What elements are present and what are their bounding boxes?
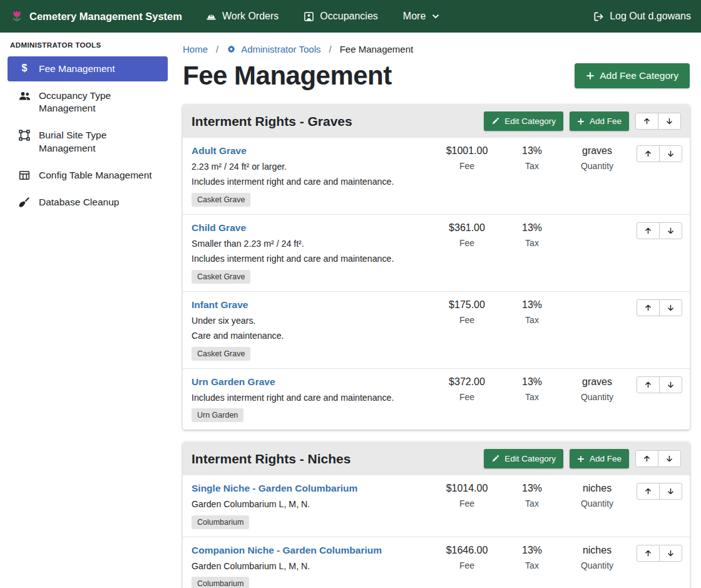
fee-amount-col: $372.00 Fee	[434, 376, 499, 402]
breadcrumb-admin-tools-label: Administrator Tools	[241, 44, 320, 54]
fee-info: Urn Garden Grave Includes interment righ…	[192, 376, 434, 422]
fee-reorder-controls	[630, 545, 687, 562]
sidebar-item-label: Database Cleanup	[39, 196, 119, 209]
primary-nav: Work Orders Occupancies More	[206, 11, 440, 22]
fee-type-chip: Columbarium	[192, 577, 249, 588]
breadcrumb-separator: /	[329, 44, 331, 54]
table-icon	[18, 170, 31, 181]
quantity-unit: niches	[565, 545, 630, 556]
quantity-label: Quantity	[565, 498, 630, 508]
fee-reorder-controls	[630, 145, 687, 162]
fee-name-link[interactable]: Infant Grave	[192, 299, 248, 311]
fee-amount-col: $1014.00 Fee	[434, 483, 499, 508]
arrow-down-icon	[667, 304, 675, 312]
tax-col: 13% Tax	[499, 222, 565, 248]
edit-category-label: Edit Category	[504, 116, 556, 126]
move-fee-up-button[interactable]	[637, 222, 660, 239]
fee-name-link[interactable]: Child Grave	[192, 222, 246, 234]
move-fee-down-button[interactable]	[659, 145, 682, 162]
admin-sidebar: ADMINISTRATOR TOOLS $ Fee Management Occ…	[0, 33, 175, 588]
fee-type-chip: Casket Grave	[192, 270, 250, 284]
fee-type-chip: Columbarium	[192, 515, 249, 529]
fee-label: Fee	[434, 238, 499, 248]
top-navbar: Cemetery Management System Work Orders O…	[0, 0, 701, 33]
sidebar-item-burial-site-type-management[interactable]: Burial Site Type Management	[8, 123, 168, 160]
sidebar-item-config-table-management[interactable]: Config Table Management	[8, 163, 168, 188]
arrow-up-icon	[643, 455, 651, 463]
move-category-up-button[interactable]	[635, 113, 658, 130]
move-fee-down-button[interactable]	[659, 545, 682, 562]
page-title: Fee Management	[183, 61, 392, 91]
fee-description: Garden Columbarium L, M, N.	[192, 560, 434, 572]
tax-label: Tax	[499, 560, 565, 570]
fee-amount: $1014.00	[434, 483, 499, 494]
sidebar-item-occupancy-type-management[interactable]: Occupancy Type Management	[8, 83, 168, 121]
fee-info: Single Niche - Garden Columbarium Garden…	[192, 483, 434, 529]
edit-category-button[interactable]: Edit Category	[484, 449, 563, 468]
fee-description: Garden Columbarium L, M, N.	[192, 498, 434, 510]
move-fee-down-button[interactable]	[659, 299, 682, 316]
broom-icon	[18, 197, 31, 208]
move-fee-up-button[interactable]	[637, 145, 660, 162]
quantity-label: Quantity	[565, 161, 630, 171]
sidebar-heading: ADMINISTRATOR TOOLS	[0, 41, 175, 49]
quantity-label: Quantity	[565, 392, 630, 402]
fee-reorder-controls	[630, 222, 687, 239]
logout-icon	[593, 11, 604, 22]
edit-category-button[interactable]: Edit Category	[484, 111, 563, 131]
fee-description: Includes interment right and care and ma…	[192, 253, 434, 264]
fee-amount: $175.00	[434, 299, 499, 311]
move-category-up-button[interactable]	[635, 450, 658, 467]
fee-row: Urn Garden Grave Includes interment righ…	[183, 369, 690, 430]
tax-label: Tax	[499, 392, 565, 402]
fee-label: Fee	[434, 560, 499, 570]
tax-value: 13%	[499, 145, 565, 157]
main-content: Home / Administrator Tools / Fee Managem…	[175, 33, 701, 588]
sidebar-item-database-cleanup[interactable]: Database Cleanup	[8, 190, 168, 215]
tax-col: 13% Tax	[499, 483, 565, 508]
vector-square-icon	[18, 130, 31, 141]
pencil-icon	[491, 117, 499, 125]
nav-more[interactable]: More	[403, 11, 440, 22]
fee-name-link[interactable]: Urn Garden Grave	[192, 376, 275, 388]
add-fee-button[interactable]: Add Fee	[570, 111, 629, 131]
quantity-col: graves Quantity	[565, 145, 630, 171]
fee-row: Single Niche - Garden Columbarium Garden…	[183, 475, 690, 537]
tax-value: 13%	[499, 299, 565, 311]
fee-info: Companion Niche - Garden Columbarium Gar…	[192, 545, 434, 588]
fee-name-link[interactable]: Adult Grave	[192, 145, 247, 157]
category-reorder-controls	[635, 113, 681, 130]
nav-work-orders[interactable]: Work Orders	[206, 11, 279, 22]
add-fee-button[interactable]: Add Fee	[570, 449, 629, 468]
logout-link[interactable]: Log Out d.gowans	[593, 11, 691, 22]
arrow-up-icon	[644, 381, 652, 389]
move-fee-up-button[interactable]	[637, 376, 660, 393]
tax-label: Tax	[499, 238, 565, 248]
category-title: Interment Rights - Niches	[192, 451, 484, 467]
fee-name-link[interactable]: Companion Niche - Garden Columbarium	[192, 545, 382, 556]
move-fee-down-button[interactable]	[659, 376, 682, 393]
move-fee-up-button[interactable]	[637, 483, 660, 500]
quantity-label: Quantity	[565, 560, 630, 570]
move-fee-down-button[interactable]	[659, 222, 682, 239]
add-fee-category-button[interactable]: Add Fee Category	[575, 63, 690, 88]
move-fee-down-button[interactable]	[659, 483, 682, 500]
add-fee-label: Add Fee	[590, 116, 622, 126]
fee-name-link[interactable]: Single Niche - Garden Columbarium	[192, 483, 357, 494]
app-brand[interactable]: Cemetery Management System	[10, 9, 182, 23]
arrow-down-icon	[667, 227, 675, 235]
move-category-down-button[interactable]	[658, 113, 681, 130]
sidebar-item-fee-management[interactable]: $ Fee Management	[8, 56, 168, 81]
fee-info: Child Grave Smaller than 2.23 m² / 24 ft…	[192, 222, 434, 284]
nav-occupancies[interactable]: Occupancies	[304, 11, 378, 22]
fee-category-card: Interment Rights - Niches Edit Category …	[183, 442, 690, 588]
move-category-down-button[interactable]	[658, 450, 681, 467]
fee-description: Care and maintenance.	[192, 330, 434, 341]
category-header: Interment Rights - Graves Edit Category …	[183, 105, 690, 138]
app-title: Cemetery Management System	[29, 11, 182, 23]
nav-work-orders-label: Work Orders	[222, 11, 279, 22]
move-fee-up-button[interactable]	[637, 299, 660, 316]
breadcrumb-home-link[interactable]: Home	[183, 44, 208, 54]
move-fee-up-button[interactable]	[637, 545, 660, 562]
breadcrumb-admin-tools-link[interactable]: Administrator Tools	[227, 44, 320, 54]
